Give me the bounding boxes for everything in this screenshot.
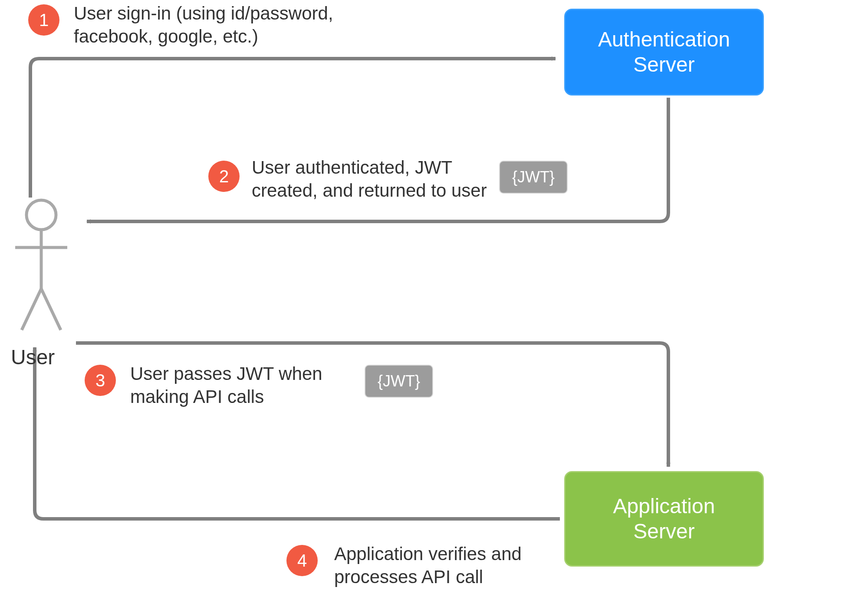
step-4-badge: 4	[286, 545, 318, 576]
svg-line-4	[41, 289, 61, 330]
step-2-badge: 2	[208, 161, 240, 192]
application-server-box: Application Server	[564, 471, 764, 567]
jwt-token-step-3: {JWT}	[365, 365, 433, 398]
step-3-text: User passes JWT when making API calls	[130, 363, 322, 408]
authentication-server-box: Authentication Server	[564, 9, 764, 96]
step-1-badge: 1	[28, 4, 59, 36]
svg-point-0	[26, 200, 56, 230]
user-label: User	[11, 345, 55, 369]
diagram-stage: User Authentication Server Application S…	[0, 0, 868, 597]
user-icon	[9, 198, 74, 336]
authentication-server-label: Authentication Server	[598, 27, 730, 77]
step-3-badge: 3	[85, 365, 116, 396]
step-2-text: User authenticated, JWT created, and ret…	[252, 156, 487, 202]
svg-line-3	[22, 289, 41, 330]
application-server-label: Application Server	[613, 494, 715, 544]
step-1-text: User sign-in (using id/password, faceboo…	[74, 2, 333, 48]
jwt-token-step-2: {JWT}	[499, 161, 568, 194]
step-4-text: Application verifies and processes API c…	[334, 543, 522, 588]
